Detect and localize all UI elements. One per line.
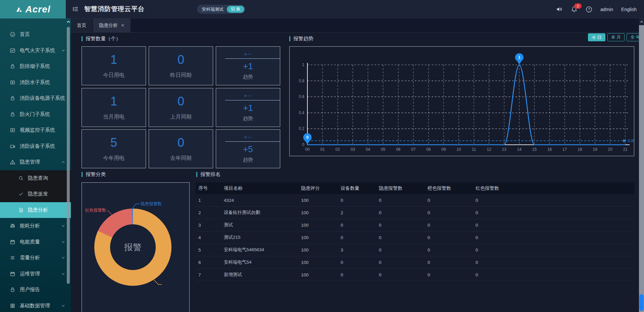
table-header-隐患报警数: 隐患报警数 [379, 185, 428, 191]
sidebar-item-8[interactable]: 消防设备子系统 [0, 138, 71, 154]
table-cell: 0 [476, 210, 634, 215]
trend-sparkline-line [225, 58, 280, 59]
list-icon [10, 255, 15, 261]
switch-org-button[interactable]: 切 换 [227, 6, 244, 13]
tab-label: 隐患分析 [99, 23, 118, 29]
range-button-本月[interactable]: 本 月 [607, 33, 625, 41]
tab-隐患分析[interactable]: 隐患分析✕ [93, 18, 131, 32]
trend-value: +1 [243, 61, 253, 72]
table-header-设备数量: 设备数量 [341, 185, 379, 191]
sidebar-item-1[interactable]: 首页 [0, 27, 71, 43]
svg-text:01: 01 [320, 147, 325, 152]
title-accent-bar [82, 36, 83, 41]
section-title-category: 报警分类 [82, 171, 106, 178]
sidebar-item-2[interactable]: 电气火灾子系统 [0, 43, 71, 59]
sidebar-item-6[interactable]: 防火门子系统 [0, 106, 71, 123]
table-cell: 0 [341, 223, 379, 228]
stat-value: 0 [178, 136, 184, 150]
top-header: 智慧消防管理云平台 安科瑞测试 切 换 2 ? admin English [66, 0, 644, 18]
sidebar-item-3[interactable]: 防排烟子系统 [0, 58, 71, 75]
table-cell: 0 [476, 198, 634, 203]
markpoint-pin: 1 [515, 53, 524, 65]
table-row-7[interactable]: 7新增测试1000000 [196, 269, 634, 281]
section-title-alarm-count: 报警数量（个） [82, 35, 121, 42]
language-switch[interactable]: English [621, 7, 637, 12]
stat-card-去年同期: 0去年同期 [149, 129, 213, 168]
svg-text:0.05: 0.05 [628, 139, 634, 143]
table-cell: 0 [428, 198, 476, 203]
trend-series-line [307, 65, 625, 145]
stat-card-当月用电: 1当月用电 [82, 88, 146, 127]
tab-close-icon[interactable]: ✕ [121, 23, 125, 28]
table-cell: 7 [198, 272, 224, 277]
sidebar-item-10[interactable]: 能耗分析 [0, 218, 71, 234]
collapse-sidebar-icon[interactable] [72, 6, 79, 12]
speaker-icon[interactable] [556, 6, 563, 13]
sidebar-scrollbar-thumb[interactable] [67, 27, 70, 284]
chevron-up-icon [61, 160, 65, 164]
table-cell: 0 [341, 235, 379, 240]
table-cell: 0 [476, 248, 634, 253]
table-row-1[interactable]: 143241000000 [196, 194, 634, 207]
page-scroll-up-icon[interactable] [639, 18, 644, 25]
table-cell: 3 [198, 223, 224, 228]
sidebar-item-label: 隐患管理 [20, 159, 40, 165]
sidebar-item-15[interactable]: 基础数据管理 [0, 298, 71, 312]
table-cell: 0 [428, 272, 476, 277]
sidebar-subitem-隐患查询[interactable]: 隐患查询 [0, 170, 71, 186]
grid-icon [10, 303, 15, 309]
table-row-4[interactable]: 4测试2151000000 [196, 231, 634, 244]
sidebar-subitem-隐患派发[interactable]: 隐患派发 [0, 186, 71, 202]
help-icon[interactable]: ? [586, 6, 592, 13]
sidebar-item-7[interactable]: 视频监控子系统 [0, 122, 71, 138]
sidebar-item-14[interactable]: 用户报告 [0, 282, 71, 298]
page-scrollbar-track[interactable] [639, 25, 644, 312]
sidebar-subitem-label: 隐患派发 [28, 191, 48, 197]
svg-text:10: 10 [456, 147, 461, 152]
stat-value: 0 [178, 94, 184, 108]
acrel-logo: Acrel [0, 0, 66, 18]
stat-label: 昨日同期 [170, 72, 192, 79]
table-row-6[interactable]: 6安科瑞电气541000000 [196, 256, 634, 269]
table-row-5[interactable]: 5安科瑞电气54656341003000 [196, 244, 634, 256]
sidebar-item-11[interactable]: 电能质量 [0, 234, 71, 250]
table-row-3[interactable]: 3测试1000000 [196, 219, 634, 231]
sidebar-menu: 首页电气火灾子系统防排烟子系统消防水子系统消防设备电源子系统防火门子系统视频监控… [0, 18, 71, 312]
trend-card: +--+5趋势 [216, 129, 280, 168]
range-button-今日[interactable]: 今 日 [588, 33, 605, 41]
page-scrollbar-thumb[interactable] [639, 294, 644, 311]
sidebar-scroll-up-icon[interactable] [66, 19, 71, 24]
user-menu[interactable]: admin [600, 7, 613, 12]
trend-range-buttons: 今 日本 月全 年 [588, 33, 644, 41]
table-cell: 2 [198, 210, 224, 215]
svg-text:0.8: 0.8 [299, 79, 304, 83]
tab-首页[interactable]: 首页 [71, 18, 92, 32]
table-cell: 4324 [224, 198, 301, 203]
svg-text:0.4: 0.4 [299, 110, 304, 115]
sliders-icon [10, 223, 15, 229]
chevron-down-icon [61, 272, 65, 276]
sidebar-subitem-隐患分析[interactable]: 隐患分析 [0, 202, 71, 218]
table-header-红色报警数: 红色报警数 [476, 185, 634, 191]
notification-bell-icon[interactable]: 2 [571, 6, 578, 13]
trend-sparkline-text: +-- [244, 93, 252, 98]
stat-card-今日用电: 1今日用电 [82, 46, 146, 85]
svg-text:19: 19 [593, 147, 597, 152]
sidebar-item-13[interactable]: 运维管理 [0, 266, 71, 282]
svg-text:02: 02 [336, 147, 340, 152]
svg-text:0: 0 [306, 135, 309, 140]
table-cell: 0 [428, 210, 476, 215]
sidebar-item-9[interactable]: 隐患管理 [0, 154, 71, 170]
table-row-2[interactable]: 2设备拓扑测试勿删1002000 [196, 207, 634, 219]
logo-text: Acrel [25, 4, 50, 15]
sidebar-item-12[interactable]: 需量分析 [0, 250, 71, 266]
sidebar-item-5[interactable]: 消防设备电源子系统 [0, 90, 71, 106]
trend-value: +5 [243, 144, 253, 154]
svg-text:11: 11 [472, 147, 476, 152]
sidebar-item-label: 消防设备子系统 [20, 143, 55, 149]
chevron-down-icon [61, 240, 65, 244]
trend-sparkline-line [225, 100, 280, 100]
sidebar-item-4[interactable]: 消防水子系统 [0, 75, 71, 91]
app-window: Acrel 智慧消防管理云平台 安科瑞测试 切 换 2 ? admin Engl… [0, 0, 644, 312]
tab-bar: 首页隐患分析✕ [71, 18, 644, 33]
